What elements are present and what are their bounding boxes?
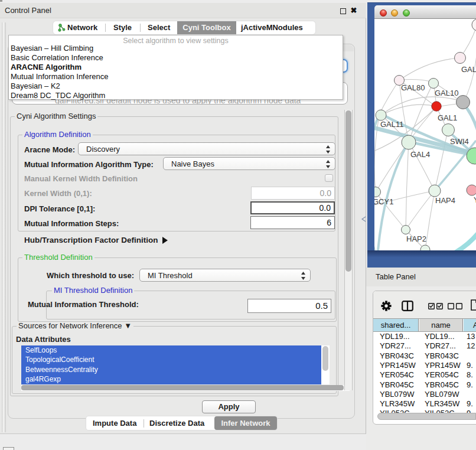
svg-text:HAP4: HAP4	[435, 196, 455, 205]
svg-text:GCY1: GCY1	[374, 197, 393, 206]
svg-text:HAP2: HAP2	[406, 234, 426, 243]
svg-text:Y: Y	[474, 195, 476, 204]
svg-text:GAL11: GAL11	[380, 120, 404, 129]
svg-text:GAL2: GAL2	[461, 65, 476, 74]
svg-text:GAL80: GAL80	[401, 83, 425, 92]
svg-text:SWI4: SWI4	[450, 137, 469, 146]
svg-text:GAL4: GAL4	[410, 150, 430, 159]
svg-text:GAL10: GAL10	[435, 89, 458, 97]
svg-text:GAL1: GAL1	[438, 113, 457, 122]
